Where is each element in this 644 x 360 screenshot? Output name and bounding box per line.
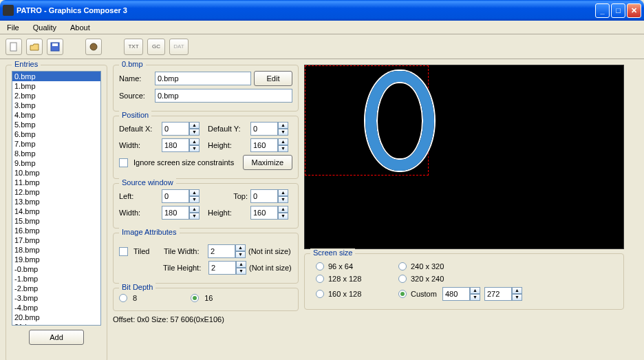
srcheight-label: Height: bbox=[208, 209, 248, 217]
list-item[interactable]: -0.bmp bbox=[12, 264, 100, 274]
poswidth-spinner[interactable]: ▲▼ bbox=[162, 138, 200, 152]
screensize-legend: Screen size bbox=[310, 248, 355, 257]
name-label: Name: bbox=[119, 74, 152, 83]
tw-label: Tile Width: bbox=[164, 247, 205, 255]
list-item[interactable]: 3.bmp bbox=[12, 100, 100, 110]
list-item[interactable]: 5.bmp bbox=[12, 120, 100, 129]
list-item[interactable]: 9.bmp bbox=[12, 158, 100, 168]
minimize-button[interactable]: _ bbox=[595, 3, 610, 18]
ss-custom-label: Custom bbox=[411, 290, 437, 298]
ss-240x320-radio[interactable] bbox=[398, 262, 407, 271]
tiled-label: Tiled bbox=[133, 247, 161, 255]
add-button[interactable]: Add bbox=[29, 330, 84, 345]
srcwidth-label: Width: bbox=[119, 209, 159, 217]
menu-quality[interactable]: Quality bbox=[30, 22, 59, 33]
list-item[interactable]: 2.bmp bbox=[12, 91, 100, 100]
preview-canvas[interactable] bbox=[304, 65, 624, 249]
list-item[interactable]: 10.bmp bbox=[12, 168, 100, 178]
close-button[interactable]: ✕ bbox=[627, 3, 641, 18]
list-item[interactable]: 8.bmp bbox=[12, 149, 100, 158]
window-title: PATRO - Graphics Composer 3 bbox=[17, 6, 595, 14]
tw-spinner[interactable]: ▲▼ bbox=[208, 244, 246, 258]
app-icon bbox=[3, 5, 14, 16]
posheight-label: Height: bbox=[208, 141, 248, 149]
ss-320x240-radio[interactable] bbox=[398, 275, 407, 283]
maximize-button[interactable]: □ bbox=[611, 3, 625, 18]
titlebar: PATRO - Graphics Composer 3 _ □ ✕ bbox=[0, 0, 644, 21]
srcleft-label: Left: bbox=[119, 192, 159, 200]
file-legend: 0.bmp bbox=[119, 60, 146, 68]
dat-button[interactable]: DAT bbox=[169, 39, 189, 55]
ss-128x128-label: 128 x 128 bbox=[328, 275, 361, 283]
ss-96x64-radio[interactable] bbox=[316, 262, 324, 271]
ss-custom-radio[interactable] bbox=[398, 290, 407, 298]
offset-text: Offset: 0x0 Size: 57 606(0xE106) bbox=[113, 315, 299, 324]
toolbar: TXT GC DAT bbox=[0, 34, 644, 59]
gear-icon[interactable] bbox=[85, 39, 102, 55]
preview-image bbox=[365, 71, 434, 171]
tw-note: (Not int size) bbox=[248, 247, 291, 255]
ss-320x240-label: 320 x 240 bbox=[411, 275, 444, 283]
list-item[interactable]: 16.bmp bbox=[12, 226, 100, 235]
list-item[interactable]: 20.bmp bbox=[12, 313, 100, 322]
save-icon[interactable] bbox=[47, 39, 63, 55]
source-label: Source: bbox=[119, 92, 152, 100]
menu-about[interactable]: About bbox=[67, 22, 93, 33]
list-item[interactable]: -1.bmp bbox=[12, 274, 100, 284]
edit-button[interactable]: Edit bbox=[254, 71, 292, 86]
custom-h-spinner[interactable]: ▲▼ bbox=[484, 287, 522, 301]
ss-240x320-label: 240 x 320 bbox=[411, 262, 444, 271]
list-item[interactable]: 17.bmp bbox=[12, 235, 100, 245]
th-label: Tile Height: bbox=[163, 264, 206, 272]
list-item[interactable]: 12.bmp bbox=[12, 187, 100, 197]
list-item[interactable]: 11.bmp bbox=[12, 178, 100, 187]
bitdepth-16-label: 16 bbox=[204, 294, 213, 302]
srcheight-spinner[interactable]: ▲▼ bbox=[250, 206, 288, 220]
menu-file[interactable]: File bbox=[4, 22, 22, 33]
entries-listbox[interactable]: 0.bmp1.bmp2.bmp3.bmp4.bmp5.bmp6.bmp7.bmp… bbox=[12, 71, 101, 326]
defx-label: Default X: bbox=[119, 125, 159, 133]
list-item[interactable]: 4.bmp bbox=[12, 110, 100, 120]
th-spinner[interactable]: ▲▼ bbox=[208, 261, 246, 275]
new-doc-icon[interactable] bbox=[6, 39, 22, 55]
defy-label: Default Y: bbox=[208, 125, 248, 133]
ss-160x128-label: 160 x 128 bbox=[328, 290, 361, 298]
imgattr-legend: Image Attributes bbox=[119, 228, 180, 236]
list-item[interactable]: 1.bmp bbox=[12, 81, 100, 91]
bitdepth-8-radio[interactable] bbox=[119, 294, 127, 302]
list-item[interactable]: -2.bmp bbox=[12, 284, 100, 293]
maximize-button[interactable]: Maximize bbox=[243, 155, 292, 170]
list-item[interactable]: -4.bmp bbox=[12, 303, 100, 313]
list-item[interactable]: 21.bmp bbox=[12, 322, 100, 326]
gc-button[interactable]: GC bbox=[147, 39, 165, 55]
list-item[interactable]: 18.bmp bbox=[12, 245, 100, 255]
srcwidth-spinner[interactable]: ▲▼ bbox=[162, 206, 200, 220]
srctop-label: Top: bbox=[208, 192, 248, 200]
ss-96x64-label: 96 x 64 bbox=[328, 262, 353, 271]
srcleft-spinner[interactable]: ▲▼ bbox=[162, 189, 200, 203]
list-item[interactable]: 19.bmp bbox=[12, 255, 100, 264]
ss-128x128-radio[interactable] bbox=[316, 275, 324, 283]
posheight-spinner[interactable]: ▲▼ bbox=[250, 138, 288, 152]
srcwin-legend: Source window bbox=[119, 178, 176, 187]
source-input[interactable] bbox=[155, 89, 292, 103]
list-item[interactable]: 15.bmp bbox=[12, 216, 100, 226]
list-item[interactable]: 6.bmp bbox=[12, 129, 100, 139]
list-item[interactable]: 7.bmp bbox=[12, 139, 100, 149]
bitdepth-16-radio[interactable] bbox=[191, 294, 199, 302]
open-icon[interactable] bbox=[26, 39, 43, 55]
custom-w-spinner[interactable]: ▲▼ bbox=[442, 287, 480, 301]
ss-160x128-radio[interactable] bbox=[316, 290, 324, 298]
entries-legend: Entries bbox=[12, 60, 41, 68]
list-item[interactable]: 0.bmp bbox=[12, 72, 100, 81]
list-item[interactable]: -3.bmp bbox=[12, 293, 100, 303]
ignore-checkbox[interactable] bbox=[119, 158, 128, 167]
srctop-spinner[interactable]: ▲▼ bbox=[250, 189, 288, 203]
txt-button[interactable]: TXT bbox=[124, 39, 143, 55]
tiled-checkbox[interactable] bbox=[119, 247, 128, 256]
defx-spinner[interactable]: ▲▼ bbox=[162, 122, 200, 136]
list-item[interactable]: 14.bmp bbox=[12, 207, 100, 216]
list-item[interactable]: 13.bmp bbox=[12, 197, 100, 207]
name-input[interactable] bbox=[155, 72, 251, 85]
defy-spinner[interactable]: ▲▼ bbox=[250, 122, 288, 136]
